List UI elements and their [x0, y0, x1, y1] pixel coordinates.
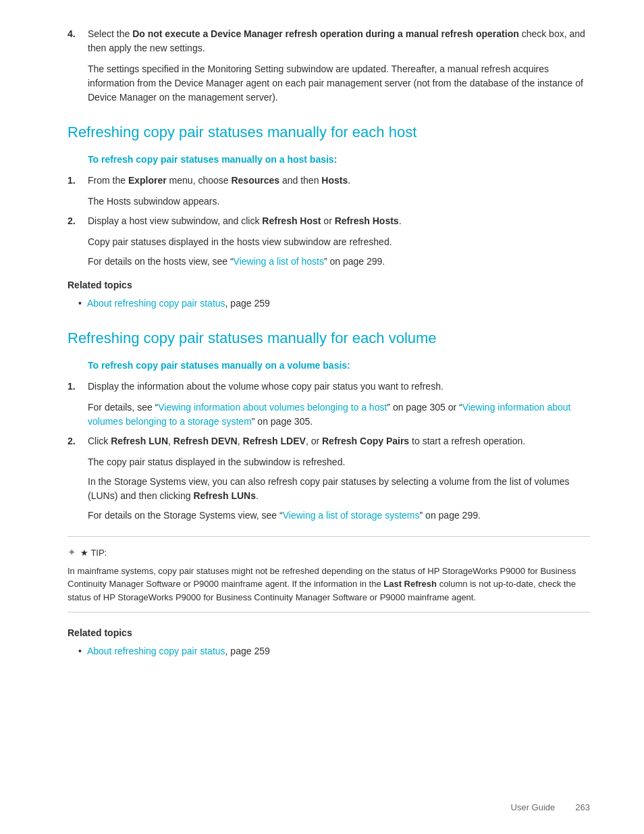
volumes-host-link[interactable]: Viewing information about volumes belong… — [158, 402, 387, 413]
hosts-link[interactable]: Viewing a list of hosts — [234, 256, 324, 267]
bold1: Refresh Host — [262, 215, 321, 226]
step-content: Display a host view subwindow, and click… — [88, 214, 590, 228]
section2-step2-sub3: For details on the Storage Systems view,… — [88, 509, 590, 523]
sep2: , — [238, 436, 243, 446]
bold3: Hosts — [321, 175, 348, 186]
text-end: . — [348, 175, 350, 186]
section2-step2: 2. Click Refresh LUN, Refresh DEVN, Refr… — [68, 434, 590, 448]
about-refresh-link-2[interactable]: About refreshing copy pair status — [87, 646, 225, 656]
tip-label-text: ★ TIP: — [80, 546, 107, 560]
text-before: Click — [88, 436, 111, 446]
bold4: Refresh Copy Pairs — [322, 436, 409, 446]
section2-step1: 1. Display the information about the vol… — [68, 380, 590, 394]
sub1-before: The copy pair status displayed in the — [88, 457, 241, 467]
sub3-after: ” on page 299. — [420, 510, 481, 521]
sub2-after: . — [256, 490, 259, 501]
section1-heading: Refreshing copy pair statuses manually f… — [68, 121, 590, 143]
text-end: . — [399, 215, 402, 226]
bullet-dot: • — [78, 644, 82, 658]
text-end: to start a refresh operation. — [409, 436, 525, 446]
step-content: Click Refresh LUN, Refresh DEVN, Refresh… — [88, 434, 590, 448]
section1-step2: 2. Display a host view subwindow, and cl… — [68, 214, 590, 228]
step-content: Display the information about the volume… — [88, 380, 590, 394]
section2-heading: Refreshing copy pair statuses manually f… — [68, 327, 590, 349]
section2-subheading: To refresh copy pair statuses manually o… — [88, 359, 590, 373]
sub2-before: In the Storage Systems view, you can als… — [88, 476, 570, 501]
step-content: From the Explorer menu, choose Resources… — [88, 174, 590, 188]
bold2: Refresh Hosts — [335, 215, 399, 226]
section2-related-label: Related topics — [68, 626, 590, 640]
section1-step2-sub2: For details on the hosts view, see “View… — [88, 255, 590, 269]
bullet-page: , page 259 — [225, 646, 270, 656]
step-number: 1. — [68, 380, 80, 394]
bullet-page: , page 259 — [225, 298, 270, 309]
sub1-after: subwindow is refreshed. — [244, 457, 345, 467]
step-number: 1. — [68, 174, 80, 188]
section1-subheading: To refresh copy pair statuses manually o… — [88, 153, 590, 167]
section2-bullet: • About refreshing copy pair status, pag… — [78, 644, 590, 658]
section1-bullet: • About refreshing copy pair status, pag… — [78, 296, 590, 311]
intro-step4: 4. Select the Do not execute a Device Ma… — [68, 27, 590, 55]
section2-step2-sub1: The copy pair status displayed in the su… — [88, 455, 590, 469]
tip-icon: ✦ — [68, 545, 76, 561]
sep3: , or — [306, 436, 322, 446]
step-content: Select the Do not execute a Device Manag… — [88, 27, 590, 55]
bold3: Refresh LDEV — [243, 436, 306, 446]
step-number: 2. — [68, 434, 80, 448]
sub1-before: For details, see “ — [88, 402, 158, 413]
sub2-after: ” on page 299. — [324, 256, 385, 267]
tip-text: In mainframe systems, copy pair statuses… — [68, 565, 590, 604]
tip-bold: Last Refresh — [383, 579, 437, 589]
text-mid: or — [321, 215, 334, 226]
step-bold: Do not execute a Device Manager refresh … — [132, 28, 519, 39]
page: 4. Select the Do not execute a Device Ma… — [0, 0, 644, 834]
text-before: Display a host view subwindow, and click — [88, 215, 262, 226]
step-text: Display the information about the volume… — [88, 381, 444, 392]
section1-related-label: Related topics — [68, 278, 590, 292]
text-mid1: menu, choose — [167, 175, 232, 186]
sub1-mid: ” on page 305 or “ — [387, 402, 462, 413]
footer-page: 263 — [575, 801, 590, 814]
step-number: 4. — [68, 27, 80, 55]
text-mid2: and then — [279, 175, 321, 186]
step-text-before: Select the — [88, 28, 132, 39]
step-number: 2. — [68, 214, 80, 228]
bullet-text: About refreshing copy pair status, page … — [87, 644, 270, 658]
section2-step2-sub2: In the Storage Systems view, you can als… — [88, 475, 590, 503]
section1-step1: 1. From the Explorer menu, choose Resour… — [68, 174, 590, 188]
about-refresh-link-1[interactable]: About refreshing copy pair status — [87, 298, 225, 309]
section1-step2-sub1: Copy pair statuses displayed in the host… — [88, 235, 590, 249]
bold2: Refresh DEVN — [173, 436, 238, 446]
storage-systems-link[interactable]: Viewing a list of storage systems — [283, 510, 420, 521]
bold1: Refresh LUN — [111, 436, 168, 446]
text-before: From the — [88, 175, 128, 186]
bullet-dot: • — [78, 296, 82, 311]
footer-label: User Guide — [511, 801, 556, 814]
intro-step4-sub: The settings specified in the Monitoring… — [88, 62, 590, 105]
sub2-before: For details on the hosts view, see “ — [88, 256, 234, 267]
bold2: Resources — [231, 175, 279, 186]
tip-label: ✦ ★ TIP: — [68, 545, 590, 561]
footer: User Guide 263 — [511, 801, 590, 814]
section1-step1-sub: The Hosts subwindow appears. — [88, 194, 590, 209]
sub1-after: ” on page 305. — [252, 416, 313, 427]
footer-text: User Guide 263 — [511, 801, 590, 814]
sub2-bold: Refresh LUNs — [193, 490, 256, 501]
tip-box: ✦ ★ TIP: In mainframe systems, copy pair… — [68, 536, 590, 613]
sep1: , — [168, 436, 173, 446]
sub3-before: For details on the Storage Systems view,… — [88, 510, 283, 521]
section2-step1-sub1: For details, see “Viewing information ab… — [88, 400, 590, 429]
bullet-text: About refreshing copy pair status, page … — [87, 296, 270, 311]
bold1: Explorer — [128, 175, 167, 186]
